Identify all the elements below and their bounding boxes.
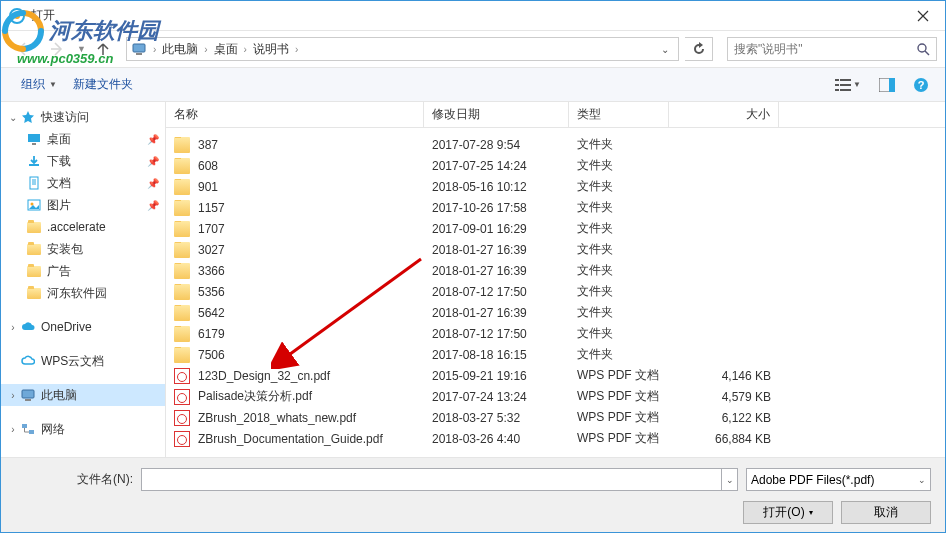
window-title: 打开 — [31, 7, 55, 24]
crumb-pc[interactable]: 此电脑 — [158, 41, 202, 58]
up-button[interactable] — [92, 38, 114, 60]
search-box[interactable] — [727, 37, 937, 61]
sidebar-item-label: 此电脑 — [41, 387, 77, 404]
file-type: 文件夹 — [569, 157, 669, 174]
refresh-button[interactable] — [685, 37, 713, 61]
svg-rect-20 — [22, 390, 34, 398]
search-icon[interactable] — [916, 42, 930, 56]
folder-icon — [174, 326, 190, 342]
svg-rect-16 — [32, 143, 36, 145]
file-row[interactable]: 61792018-07-12 17:50文件夹 — [166, 323, 945, 344]
file-row[interactable]: 11572017-10-26 17:58文件夹 — [166, 197, 945, 218]
chevron-right-icon: › — [7, 390, 19, 401]
file-row[interactable]: 123D_Design_32_cn.pdf2015-09-21 19:16WPS… — [166, 365, 945, 386]
file-row[interactable]: 9012018-05-16 10:12文件夹 — [166, 176, 945, 197]
pane-icon — [879, 78, 895, 92]
search-input[interactable] — [734, 42, 916, 56]
file-row[interactable]: 56422018-01-27 16:39文件夹 — [166, 302, 945, 323]
folder-icon — [174, 284, 190, 300]
file-date: 2018-03-26 4:40 — [424, 432, 569, 446]
breadcrumb[interactable]: › 此电脑 › 桌面 › 说明书 › ⌄ — [126, 37, 679, 61]
file-type: 文件夹 — [569, 283, 669, 300]
file-row[interactable]: ZBrush_2018_whats_new.pdf2018-03-27 5:32… — [166, 407, 945, 428]
folder-icon — [174, 263, 190, 279]
close-icon — [917, 10, 929, 22]
breadcrumb-dropdown[interactable]: ⌄ — [656, 44, 674, 55]
file-list-header: 名称 修改日期 类型 大小 — [166, 102, 945, 128]
crumb-folder[interactable]: 说明书 — [249, 41, 293, 58]
column-type[interactable]: 类型 — [569, 102, 669, 127]
file-row[interactable]: 33662018-01-27 16:39文件夹 — [166, 260, 945, 281]
file-row[interactable]: 30272018-01-27 16:39文件夹 — [166, 239, 945, 260]
organize-menu[interactable]: 组织 ▼ — [13, 72, 65, 97]
sidebar-install-pkg[interactable]: 安装包 — [1, 238, 165, 260]
cloud-icon — [19, 354, 37, 368]
file-type: 文件夹 — [569, 178, 669, 195]
sidebar-this-pc[interactable]: › 此电脑 — [1, 384, 165, 406]
sidebar-item-label: 文档 — [47, 175, 71, 192]
pin-icon: 📌 — [147, 178, 159, 189]
svg-rect-5 — [835, 79, 839, 81]
sidebar-accelerate[interactable]: .accelerate — [1, 216, 165, 238]
file-date: 2018-01-27 16:39 — [424, 243, 569, 257]
sidebar-desktop[interactable]: 桌面 📌 — [1, 128, 165, 150]
column-date[interactable]: 修改日期 — [424, 102, 569, 127]
organize-label: 组织 — [21, 76, 45, 93]
column-size[interactable]: 大小 — [669, 102, 779, 127]
file-name: 6179 — [198, 327, 225, 341]
sidebar-ads[interactable]: 广告 — [1, 260, 165, 282]
sidebar-onedrive[interactable]: › OneDrive — [1, 316, 165, 338]
sidebar-hdpark[interactable]: 河东软件园 — [1, 282, 165, 304]
file-row[interactable]: 6082017-07-25 14:24文件夹 — [166, 155, 945, 176]
file-row[interactable]: 53562018-07-12 17:50文件夹 — [166, 281, 945, 302]
crumb-desktop[interactable]: 桌面 — [210, 41, 242, 58]
recent-locations-dropdown[interactable]: ▼ — [77, 44, 86, 54]
sidebar-item-label: 下载 — [47, 153, 71, 170]
sidebar[interactable]: ⌄ 快速访问 桌面 📌 下载 📌 文档 📌 图片 📌 .accelerate — [1, 102, 166, 457]
file-type: WPS PDF 文档 — [569, 388, 669, 405]
cancel-button[interactable]: 取消 — [841, 501, 931, 524]
forward-button[interactable] — [43, 35, 71, 63]
chevron-right-icon: › — [7, 424, 19, 435]
file-row[interactable]: 75062017-08-18 16:15文件夹 — [166, 344, 945, 365]
sidebar-pictures[interactable]: 图片 📌 — [1, 194, 165, 216]
sidebar-network[interactable]: › 网络 — [1, 418, 165, 440]
svg-rect-15 — [28, 134, 40, 142]
file-name: 7506 — [198, 348, 225, 362]
file-row[interactable]: 3872017-07-28 9:54文件夹 — [166, 134, 945, 155]
sidebar-downloads[interactable]: 下载 📌 — [1, 150, 165, 172]
svg-rect-10 — [840, 89, 851, 91]
file-type: WPS PDF 文档 — [569, 367, 669, 384]
preview-pane-button[interactable] — [875, 76, 899, 94]
sidebar-quick-access[interactable]: ⌄ 快速访问 — [1, 106, 165, 128]
close-button[interactable] — [900, 1, 945, 31]
view-options-button[interactable]: ▼ — [831, 76, 865, 94]
sidebar-wps-cloud[interactable]: WPS云文档 — [1, 350, 165, 372]
filename-input[interactable] — [141, 468, 722, 491]
filetype-select[interactable]: Adobe PDF Files(*.pdf) ⌄ — [746, 468, 931, 491]
back-button[interactable] — [9, 35, 37, 63]
sidebar-documents[interactable]: 文档 📌 — [1, 172, 165, 194]
cloud-icon — [19, 320, 37, 334]
file-row[interactable]: 17072017-09-01 16:29文件夹 — [166, 218, 945, 239]
chevron-down-icon: ⌄ — [918, 475, 926, 485]
file-list[interactable]: 名称 修改日期 类型 大小 3872017-07-28 9:54文件夹60820… — [166, 102, 945, 457]
open-button[interactable]: 打开(O) ▾ — [743, 501, 833, 524]
file-name: ZBrush_Documentation_Guide.pdf — [198, 432, 383, 446]
file-date: 2017-07-24 13:24 — [424, 390, 569, 404]
chevron-right-icon: › — [151, 44, 158, 55]
pin-icon: 📌 — [147, 156, 159, 167]
new-folder-button[interactable]: 新建文件夹 — [65, 72, 141, 97]
file-row[interactable]: Palisade决策分析.pdf2017-07-24 13:24WPS PDF … — [166, 386, 945, 407]
chevron-down-icon: ▼ — [49, 80, 57, 89]
chevron-right-icon: › — [7, 322, 19, 333]
svg-rect-12 — [889, 78, 895, 92]
app-icon — [9, 8, 25, 24]
file-row[interactable]: ZBrush_Documentation_Guide.pdf2018-03-26… — [166, 428, 945, 449]
help-button[interactable]: ? — [909, 75, 933, 95]
file-date: 2018-01-27 16:39 — [424, 306, 569, 320]
filename-history-dropdown[interactable]: ⌄ — [722, 468, 738, 491]
column-name[interactable]: 名称 — [166, 102, 424, 127]
folder-icon — [25, 288, 43, 299]
svg-rect-7 — [835, 84, 839, 86]
